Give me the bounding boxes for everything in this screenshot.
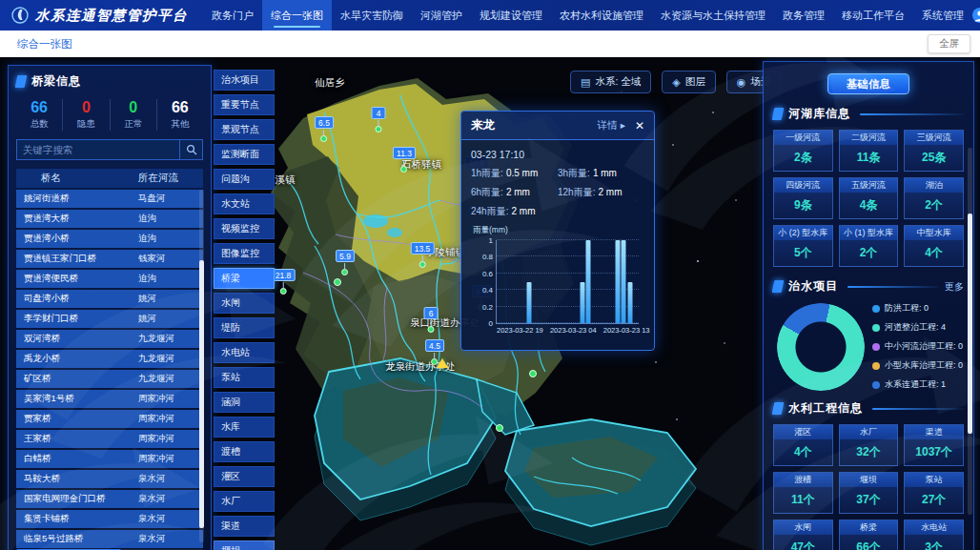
station-badge[interactable]: 5.9 xyxy=(336,246,355,275)
table-row[interactable]: 禹龙小桥九龙堰河 xyxy=(16,350,203,368)
layer-item-水库[interactable]: 水库 xyxy=(214,417,275,438)
layer-item-泵站[interactable]: 泵站 xyxy=(214,367,275,388)
layer-menu: 治水项目重要节点景观节点监测断面问题沟水文站视频监控图像监控桥梁水闸堤防水电站泵… xyxy=(214,70,275,550)
layer-item-渠道[interactable]: 渠道 xyxy=(214,516,275,537)
station-badge[interactable]: 21.8 xyxy=(272,265,296,295)
stat-cell-五级河流: 五级河流4条 xyxy=(839,177,899,219)
layer-item-重要节点[interactable]: 重要节点 xyxy=(214,94,275,115)
station-badge[interactable]: 13.5 xyxy=(411,238,435,268)
section-header-projects: 治水项目 更多 xyxy=(773,278,964,295)
tab-政务门户[interactable]: 政务门户 xyxy=(203,0,262,31)
table-row[interactable]: 临泉5号过路桥泉水河 xyxy=(16,530,203,548)
tab-水资源与水土保持管理[interactable]: 水资源与水土保持管理 xyxy=(652,0,774,31)
station-badge[interactable]: 4 xyxy=(372,103,386,132)
map-control-图层[interactable]: ◈图层 xyxy=(662,71,715,93)
station-popup: 来龙 详情 ▸ ✕ 03-23 17:10 1h雨量:0.5 mm3h雨量:1 … xyxy=(460,111,655,351)
table-row[interactable]: 姚河街道桥马盘河 xyxy=(16,190,203,208)
legend-dot-icon xyxy=(872,305,880,313)
map-control-水系: 全域[interactable]: ▤水系: 全域 xyxy=(570,71,651,93)
tab-移动工作平台[interactable]: 移动工作平台 xyxy=(833,0,913,31)
layer-item-桥梁[interactable]: 桥梁 xyxy=(214,268,275,289)
bridge-table-header: 桥名 所在河流 xyxy=(16,169,203,188)
tab-综合一张图[interactable]: 综合一张图 xyxy=(262,0,332,31)
table-row[interactable]: 贾道湾小桥迫沟 xyxy=(16,230,203,248)
station-badge[interactable]: 6 xyxy=(424,303,439,333)
tab-系统管理[interactable]: 系统管理 xyxy=(913,0,972,31)
col-bridge-name: 桥名 xyxy=(16,172,129,185)
breadcrumb[interactable]: 综合一张图 xyxy=(17,37,72,51)
scene-icon: ◉ xyxy=(737,77,746,88)
detail-link[interactable]: 详情 ▸ xyxy=(598,119,625,132)
water-system-icon: ▤ xyxy=(581,77,590,88)
table-row[interactable]: 双河湾桥九龙堰河 xyxy=(16,330,203,348)
station-dot-icon[interactable] xyxy=(334,278,341,286)
bridge-stats: 66总数0隐患0正常66其他 xyxy=(16,99,203,131)
table-row[interactable]: 司盘湾小桥姚河 xyxy=(16,290,203,308)
tab-水旱灾害防御[interactable]: 水旱灾害防御 xyxy=(332,0,412,31)
brand: 水系连通智慧管护平台 xyxy=(0,7,203,25)
table-row[interactable]: 集贤卡铺桥泉水河 xyxy=(16,510,203,528)
table-row[interactable]: 矿区桥九龙堰河 xyxy=(16,370,203,388)
table-row[interactable]: 吴家湾1号桥周家冲河 xyxy=(16,390,203,408)
section-divider xyxy=(847,286,939,288)
table-row[interactable]: 白蜡桥周家冲河 xyxy=(16,450,203,468)
rain-bar xyxy=(627,282,632,324)
layer-item-治水项目[interactable]: 治水项目 xyxy=(214,70,275,91)
layers-icon: ◈ xyxy=(672,77,680,88)
layer-item-视频监控[interactable]: 视频监控 xyxy=(214,218,275,239)
section-marker-icon xyxy=(772,280,785,293)
table-row[interactable]: 贾道湾便民桥迫沟 xyxy=(16,270,203,288)
tab-政务管理[interactable]: 政务管理 xyxy=(774,0,833,31)
rain-metric: 3h雨量:1 mm xyxy=(558,167,644,180)
close-icon[interactable]: ✕ xyxy=(635,119,644,132)
station-dot-icon[interactable] xyxy=(496,424,503,432)
layer-item-堤防[interactable]: 堤防 xyxy=(214,317,275,338)
map-canvas[interactable]: 46.511.310.513.55.921.86.364.5仙居乡石桥驿镇栗溪镇… xyxy=(0,57,980,550)
layer-item-监测断面[interactable]: 监测断面 xyxy=(214,144,275,165)
stat-cell-渡槽: 渡槽11个 xyxy=(773,472,833,514)
station-badge[interactable]: 6.5 xyxy=(315,112,334,142)
layer-item-水文站[interactable]: 水文站 xyxy=(214,194,275,214)
fullscreen-button[interactable]: 全屏 xyxy=(928,34,970,53)
tab-河湖管护[interactable]: 河湖管护 xyxy=(412,0,471,31)
layer-item-水闸[interactable]: 水闸 xyxy=(214,293,275,314)
layer-item-堰坝[interactable]: 堰坝 xyxy=(214,540,275,550)
table-row[interactable]: 贾道镇王家门口桥钱家河 xyxy=(16,250,203,268)
stat-cell-灌区: 灌区4个 xyxy=(773,424,833,466)
table-row[interactable]: 贾道湾大桥迫沟 xyxy=(16,210,203,228)
station-badge[interactable]: 11.3 xyxy=(393,143,416,173)
tab-规划建设管理[interactable]: 规划建设管理 xyxy=(471,0,551,31)
rain-metric: 24h雨量:2 mm xyxy=(471,205,558,218)
layer-item-水电站[interactable]: 水电站 xyxy=(214,342,275,363)
scrollbar-thumb[interactable] xyxy=(199,260,204,528)
map-controls: ▤水系: 全域◈图层◉场景 xyxy=(570,71,781,93)
legend-item: 中小河流治理工程: 0 xyxy=(872,340,964,353)
search-input[interactable] xyxy=(17,140,179,159)
station-dot-icon[interactable] xyxy=(529,370,537,377)
layer-item-渡槽[interactable]: 渡槽 xyxy=(214,441,275,462)
layer-item-问题沟[interactable]: 问题沟 xyxy=(214,169,275,190)
table-row[interactable]: 马鞍大桥泉水河 xyxy=(16,470,203,488)
more-link[interactable]: 更多 xyxy=(945,280,964,294)
warning-marker-icon[interactable] xyxy=(437,358,448,368)
layer-item-水厂[interactable]: 水厂 xyxy=(214,491,275,512)
table-row[interactable]: 国家电网理金门口桥泉水河 xyxy=(16,490,203,508)
basic-info-button[interactable]: 基础信息 xyxy=(827,73,909,94)
stat-cell-桥梁: 桥梁66个 xyxy=(839,519,899,550)
table-row[interactable]: 王家桥周家冲河 xyxy=(16,430,203,448)
scrollbar-thumb[interactable] xyxy=(968,214,972,434)
stat-cell-中型水库: 中型水库4个 xyxy=(904,225,964,267)
layer-item-涵洞[interactable]: 涵洞 xyxy=(214,392,275,413)
layer-item-景观节点[interactable]: 景观节点 xyxy=(214,119,275,140)
user-menu[interactable]: hhzb42080201 ▼ xyxy=(972,8,980,23)
table-row[interactable]: 贾家桥周家冲河 xyxy=(16,410,203,428)
tab-农村水利设施管理[interactable]: 农村水利设施管理 xyxy=(551,0,652,31)
stat-隐患: 0隐患 xyxy=(63,99,110,131)
rain-bar xyxy=(527,282,532,324)
stat-cell-小 (1) 型水库: 小 (1) 型水库2个 xyxy=(839,225,899,267)
legend-item: 河道整治工程: 4 xyxy=(872,321,964,334)
layer-item-灌区[interactable]: 灌区 xyxy=(214,466,275,487)
table-row[interactable]: 李学财门口桥姚河 xyxy=(16,310,203,328)
search-icon[interactable] xyxy=(179,140,202,159)
layer-item-图像监控[interactable]: 图像监控 xyxy=(214,243,275,264)
